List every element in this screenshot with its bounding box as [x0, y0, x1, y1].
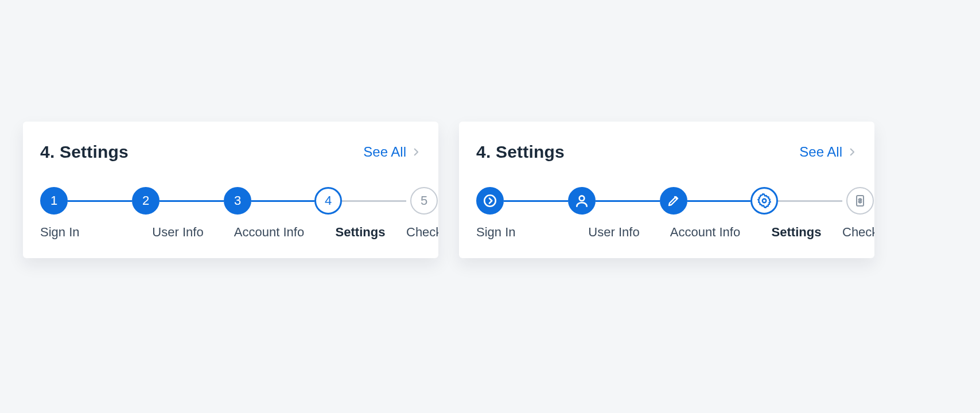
chevron-right-icon	[847, 147, 857, 157]
step-account-info[interactable]: 3 Account Info	[224, 187, 314, 240]
step-connector	[778, 200, 842, 202]
step-connector	[68, 200, 132, 202]
step-label: Check	[842, 225, 874, 240]
step-label: Check	[406, 225, 438, 240]
arrow-circle-right-icon	[476, 187, 504, 215]
svg-point-2	[763, 199, 767, 203]
stepper-track: 1 Sign In 2 User Info 3 Account Info	[40, 187, 421, 240]
card-title: 4. Settings	[476, 142, 565, 162]
step-badge: 1	[40, 187, 68, 215]
step-label: Account Info	[234, 225, 304, 240]
step-label: Sign In	[476, 225, 516, 240]
step-connector	[687, 200, 750, 202]
step-settings[interactable]: 4 Settings	[314, 187, 406, 240]
see-all-link[interactable]: See All	[799, 144, 857, 160]
step-user-info[interactable]: User Info	[568, 187, 660, 240]
step-badge: 4	[314, 187, 342, 215]
step-label: Account Info	[670, 225, 740, 240]
step-label: User Info	[588, 225, 639, 240]
chevron-right-icon	[411, 147, 421, 157]
canvas: 4. Settings See All 1 Sign In 2	[0, 0, 980, 413]
see-all-link[interactable]: See All	[363, 144, 421, 160]
card-header: 4. Settings See All	[476, 142, 857, 162]
step-connector	[251, 200, 314, 202]
step-connector	[504, 200, 568, 202]
gear-icon	[750, 187, 778, 215]
pencil-icon	[660, 187, 687, 215]
step-sign-in[interactable]: 1 Sign In	[40, 187, 132, 240]
step-check[interactable]: Check	[842, 187, 874, 240]
step-label: User Info	[152, 225, 203, 240]
step-sign-in[interactable]: Sign In	[476, 187, 568, 240]
step-label: Settings	[772, 225, 822, 240]
step-badge: 2	[132, 187, 160, 215]
card-title: 4. Settings	[40, 142, 129, 162]
step-badge: 5	[410, 187, 438, 215]
see-all-label: See All	[799, 144, 842, 160]
step-badge: 3	[224, 187, 251, 215]
step-label: Settings	[336, 225, 386, 240]
stepper-track: Sign In User Info Account	[476, 187, 857, 240]
step-account-info[interactable]: Account Info	[660, 187, 750, 240]
card-header: 4. Settings See All	[40, 142, 421, 162]
step-settings[interactable]: Settings	[750, 187, 842, 240]
svg-point-0	[484, 195, 496, 206]
svg-point-1	[580, 196, 585, 201]
step-check[interactable]: 5 Check	[406, 187, 438, 240]
step-connector	[342, 200, 406, 202]
see-all-label: See All	[363, 144, 406, 160]
user-icon	[568, 187, 596, 215]
receipt-icon	[846, 187, 874, 215]
stepper-card-numbers: 4. Settings See All 1 Sign In 2	[23, 122, 438, 258]
stepper-card-icons: 4. Settings See All Sign In	[459, 122, 874, 258]
step-connector	[160, 200, 224, 202]
step-user-info[interactable]: 2 User Info	[132, 187, 224, 240]
step-label: Sign In	[40, 225, 80, 240]
step-connector	[596, 200, 660, 202]
